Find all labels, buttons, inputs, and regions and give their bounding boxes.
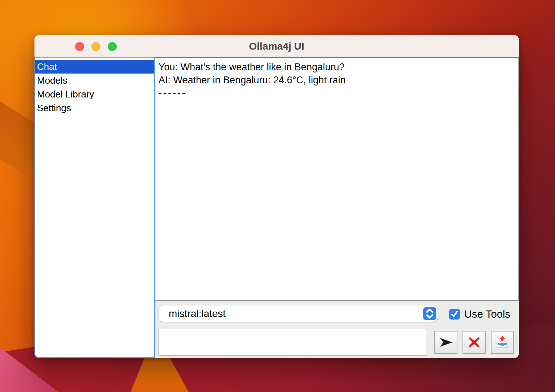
sidebar-nav: Chat Models Model Library Settings bbox=[34, 57, 155, 358]
sidebar-item-chat[interactable]: Chat bbox=[35, 60, 154, 74]
chat-user-message: You: What's the weather like in Bengalur… bbox=[159, 61, 515, 74]
chevron-up-down-icon bbox=[423, 307, 436, 320]
window-title: Ollama4j UI bbox=[34, 35, 519, 57]
sidebar-item-models[interactable]: Models bbox=[35, 74, 154, 87]
red-x-icon bbox=[467, 335, 481, 349]
sidebar-item-model-library[interactable]: Model Library bbox=[35, 87, 154, 101]
chat-ai-message: AI: Weather in Bengaluru: 24.6°C, light … bbox=[159, 74, 515, 87]
use-tools-label: Use Tools bbox=[464, 309, 510, 320]
model-select-dropdown[interactable]: mistral:latest bbox=[159, 305, 438, 322]
prompt-input[interactable] bbox=[159, 329, 427, 356]
model-select-value: mistral:latest bbox=[169, 305, 226, 322]
chat-separator: ------ bbox=[159, 87, 515, 100]
stop-button[interactable] bbox=[462, 331, 486, 354]
use-tools-checkbox[interactable] bbox=[449, 309, 460, 320]
outbox-icon bbox=[495, 335, 510, 350]
send-button[interactable] bbox=[434, 331, 457, 354]
export-button[interactable] bbox=[491, 331, 514, 354]
composer-panel: mistral:latest Use Tools bbox=[155, 301, 519, 358]
sidebar-item-settings[interactable]: Settings bbox=[35, 101, 154, 115]
send-arrow-icon bbox=[439, 337, 453, 348]
title-bar[interactable]: Ollama4j UI bbox=[34, 35, 519, 58]
chat-transcript[interactable]: You: What's the weather like in Bengalur… bbox=[155, 57, 519, 301]
checkmark-icon bbox=[451, 310, 459, 318]
app-window: Ollama4j UI Chat Models Model Library Se… bbox=[34, 35, 519, 358]
